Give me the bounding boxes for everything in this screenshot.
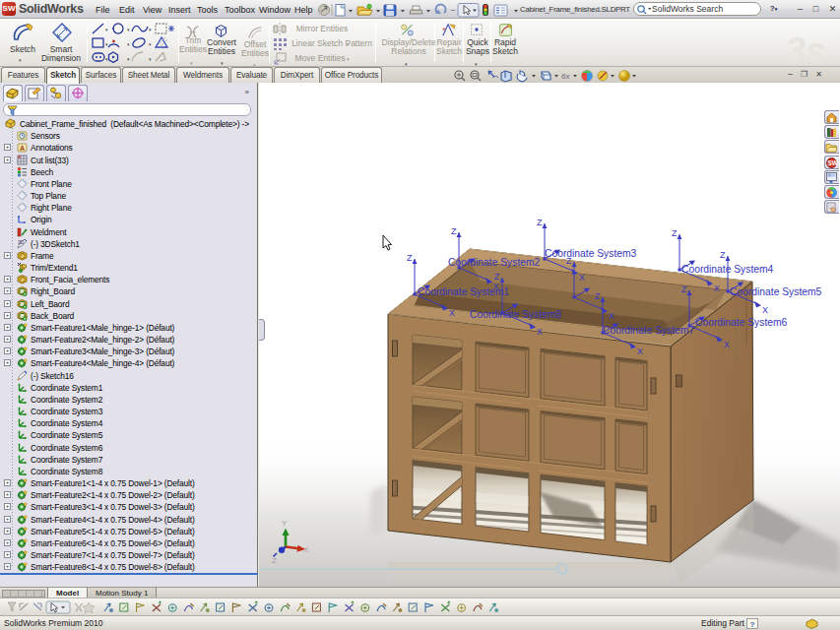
svg-text:X: X (303, 545, 309, 554)
svg-text:Z: Z (407, 253, 413, 263)
svg-text:?: ? (750, 620, 755, 629)
svg-text:X: X (537, 327, 543, 337)
svg-text:Coordinate System7: Coordinate System7 (603, 325, 695, 336)
svg-text:Coordinate System3: Coordinate System3 (545, 248, 637, 259)
svg-text:X: X (637, 346, 643, 356)
svg-text:SW: SW (828, 159, 839, 166)
svg-text:Coordinate System6: Coordinate System6 (695, 317, 788, 328)
svg-text:Z: Z (451, 226, 457, 236)
svg-text:Coordinate System4: Coordinate System4 (681, 264, 774, 275)
svg-text:Coordinate System2: Coordinate System2 (448, 257, 541, 268)
svg-text:X: X (724, 340, 730, 349)
svg-text:6x: 6x (561, 72, 570, 81)
svg-text:Z: Z (272, 556, 277, 565)
svg-text:Y: Y (282, 519, 288, 528)
svg-text:Z: Z (681, 284, 687, 294)
svg-text:+: + (442, 25, 446, 32)
svg-text:Z: Z (720, 250, 726, 260)
svg-text:X: X (609, 311, 614, 321)
svg-text:Z: Z (595, 291, 601, 301)
svg-text:X: X (714, 284, 720, 293)
svg-text:Z: Z (672, 228, 678, 238)
svg-text:Z: Z (537, 218, 543, 227)
svg-text:Coordinate System5: Coordinate System5 (730, 286, 822, 297)
svg-text:X: X (762, 305, 768, 315)
svg-text:Z: Z (494, 272, 500, 282)
svg-text:X: X (449, 308, 455, 318)
svg-text:Coordinate System1: Coordinate System1 (418, 286, 510, 297)
svg-text:Coordinate System8: Coordinate System8 (470, 309, 562, 320)
svg-text:X: X (579, 273, 585, 283)
